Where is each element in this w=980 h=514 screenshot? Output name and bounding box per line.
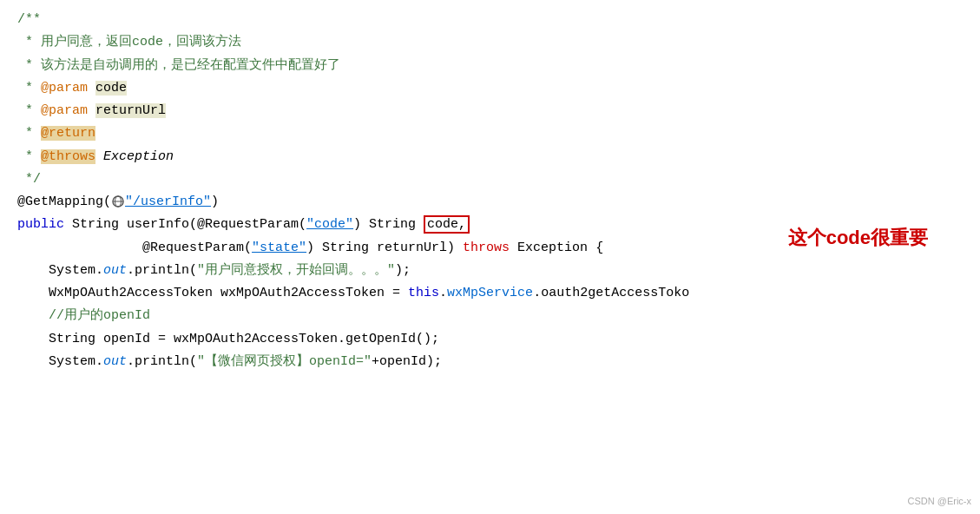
code-line-13: WxMpOAuth2AccessToken wxMpOAuth2AccessTo…: [17, 282, 963, 305]
callout-label: 这个code很重要: [788, 221, 928, 254]
code-line-2: * 用户同意，返回code，回调该方法: [17, 31, 963, 54]
code-line-7: * @throws Exception: [17, 146, 963, 168]
code-line-5: * @param returnUrl: [17, 100, 963, 122]
code-line-6: * @return: [17, 122, 963, 145]
boxed-code: code,: [424, 215, 470, 234]
code-line-9: @GetMapping("/userInfo"): [17, 191, 963, 214]
code-line-14: //用户的openId: [17, 305, 963, 327]
globe-icon: [112, 195, 124, 208]
code-line-3: * 该方法是自动调用的，是已经在配置文件中配置好了: [17, 55, 963, 77]
code-line-8: */: [17, 168, 963, 191]
code-line-15: String openId = wxMpOAuth2AccessToken.ge…: [17, 328, 963, 351]
code-container: 这个code很重要 /** * 用户同意，返回code，回调该方法 * 该方法是…: [0, 0, 980, 514]
code-line-1: /**: [17, 9, 963, 31]
code-line-12: System.out.println("用户同意授权，开始回调。。。");: [17, 260, 963, 282]
watermark: CSDN @Eric-x: [908, 493, 972, 510]
code-line-4: * @param code: [17, 77, 963, 100]
code-line-16: System.out.println("【微信网页授权】openId="+ope…: [17, 351, 963, 373]
